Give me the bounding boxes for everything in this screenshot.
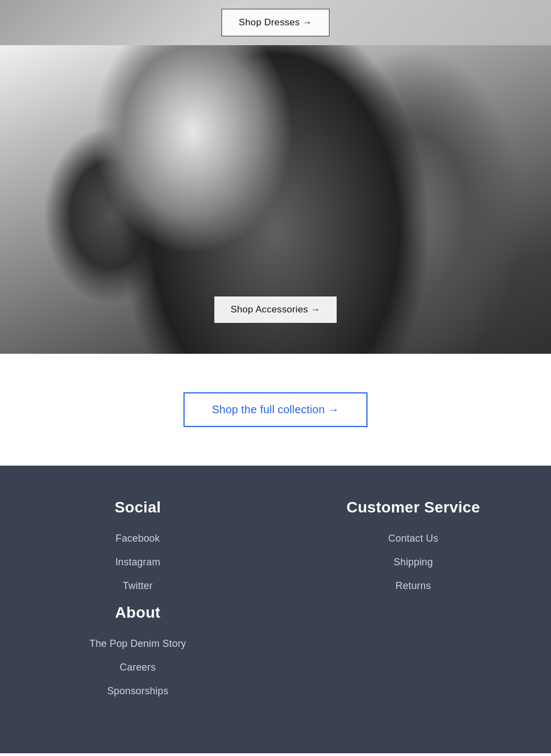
- footer-shipping-link[interactable]: Shipping: [393, 557, 433, 568]
- footer-instagram-link[interactable]: Instagram: [115, 557, 160, 568]
- footer-about-column: About The Pop Denim Story Careers Sponso…: [0, 604, 276, 709]
- section-full-collection: Shop the full collection →: [0, 354, 551, 466]
- shop-full-collection-button[interactable]: Shop the full collection →: [183, 392, 368, 427]
- footer-twitter-link[interactable]: Twitter: [123, 580, 153, 592]
- section-dresses: Shop Dresses →: [0, 0, 551, 45]
- section-accessories: Shop Accessories →: [0, 45, 551, 354]
- footer-facebook-link[interactable]: Facebook: [116, 533, 160, 544]
- shop-accessories-button[interactable]: Shop Accessories →: [214, 296, 338, 323]
- footer-returns-link[interactable]: Returns: [396, 580, 431, 592]
- footer-social-heading: Social: [115, 499, 161, 516]
- shop-dresses-button[interactable]: Shop Dresses →: [222, 9, 329, 36]
- footer-about-heading: About: [115, 604, 160, 622]
- footer-right-spacer: [276, 604, 551, 709]
- footer: Social Facebook Instagram Twitter Custom…: [0, 466, 551, 753]
- footer-customer-service-column: Customer Service Contact Us Shipping Ret…: [276, 499, 551, 604]
- footer-pop-denim-story-link[interactable]: The Pop Denim Story: [89, 638, 186, 650]
- footer-careers-link[interactable]: Careers: [120, 662, 155, 673]
- footer-sponsorships-link[interactable]: Sponsorships: [107, 685, 168, 697]
- footer-contact-us-link[interactable]: Contact Us: [388, 533, 439, 544]
- footer-social-column: Social Facebook Instagram Twitter: [0, 499, 276, 604]
- footer-customer-service-heading: Customer Service: [347, 499, 480, 516]
